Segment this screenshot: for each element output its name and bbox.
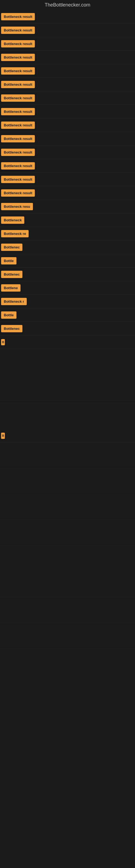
empty-row: [0, 375, 135, 401]
empty-row: [0, 571, 135, 597]
bottleneck-badge[interactable]: Bottle: [1, 311, 16, 319]
table-row: Bottleneck result: [0, 64, 135, 78]
table-row: Bottleneck result: [0, 10, 135, 24]
empty-row: [0, 468, 135, 494]
empty-row: [0, 520, 135, 546]
table-row: Bottleneck resu: [0, 200, 135, 214]
bottleneck-badge[interactable]: Bottleneck result: [1, 13, 35, 20]
bottleneck-badge[interactable]: Bottleneck result: [1, 189, 35, 197]
bottleneck-badge[interactable]: B: [1, 433, 5, 439]
bottleneck-badge[interactable]: Bottleneck result: [1, 149, 35, 156]
table-row: Bottleneck result: [0, 91, 135, 105]
bottleneck-badge[interactable]: Bottlenec: [1, 271, 22, 278]
table-row: Bottleneck result: [0, 159, 135, 173]
table-row: Bottleneck result: [0, 37, 135, 51]
table-row: Bottle: [0, 308, 135, 322]
bottleneck-badge[interactable]: B: [1, 339, 5, 345]
empty-row: [0, 403, 135, 429]
table-row: Bottleneck result: [0, 186, 135, 200]
table-row: B: [0, 336, 135, 349]
bottleneck-badge[interactable]: Bottleneck result: [1, 94, 35, 102]
table-row: Bottlenec: [0, 241, 135, 254]
bottleneck-badge[interactable]: Bottlene: [1, 284, 20, 291]
bottleneck-badge[interactable]: Bottleneck result: [1, 54, 35, 61]
bottleneck-badge[interactable]: Bottleneck: [1, 216, 24, 224]
table-row: Bottlene: [0, 281, 135, 295]
bottleneck-badge[interactable]: Bottleneck re: [1, 230, 29, 237]
empty-row: [0, 401, 135, 403]
empty-row: [0, 349, 135, 375]
bottleneck-badge[interactable]: Bottle: [1, 257, 16, 265]
table-row: Bottleneck result: [0, 105, 135, 119]
table-row: Bottleneck result: [0, 51, 135, 64]
table-row: Bottlenec: [0, 268, 135, 281]
bottleneck-list: Bottleneck result Bottleneck result Bott…: [0, 10, 135, 649]
empty-row: [0, 623, 135, 649]
bottleneck-badge[interactable]: Bottleneck result: [1, 135, 35, 143]
table-row: Bottleneck result: [0, 146, 135, 159]
bottleneck-badge[interactable]: Bottleneck result: [1, 40, 35, 48]
bottleneck-badge[interactable]: Bottleneck r: [1, 298, 27, 305]
bottleneck-badge[interactable]: Bottleneck result: [1, 81, 35, 88]
table-row: Bottleneck result: [0, 78, 135, 91]
table-row: B: [0, 429, 135, 443]
table-row: Bottleneck result: [0, 173, 135, 186]
bottleneck-badge[interactable]: Bottlenec: [1, 244, 22, 251]
table-row: Bottlenec: [0, 322, 135, 336]
bottleneck-badge[interactable]: Bottleneck result: [1, 122, 35, 129]
table-row: Bottleneck result: [0, 119, 135, 132]
bottleneck-badge[interactable]: Bottleneck result: [1, 176, 35, 183]
bottleneck-badge[interactable]: Bottleneck resu: [1, 203, 33, 210]
empty-row: [0, 494, 135, 520]
site-header: TheBottlenecker.com: [0, 0, 135, 10]
table-row: Bottleneck: [0, 214, 135, 227]
bottleneck-badge[interactable]: Bottleneck result: [1, 162, 35, 169]
empty-row: [0, 443, 135, 468]
table-row: Bottleneck result: [0, 24, 135, 37]
empty-row: [0, 546, 135, 571]
table-row: Bottleneck re: [0, 227, 135, 241]
table-row: Bottleneck r: [0, 295, 135, 308]
empty-row: [0, 597, 135, 623]
table-row: Bottleneck result: [0, 132, 135, 146]
table-row: Bottle: [0, 254, 135, 268]
bottleneck-badge[interactable]: Bottleneck result: [1, 27, 35, 34]
bottleneck-badge[interactable]: Bottlenec: [1, 325, 22, 332]
bottleneck-badge[interactable]: Bottleneck result: [1, 108, 35, 115]
site-title: TheBottlenecker.com: [0, 0, 135, 10]
bottleneck-badge[interactable]: Bottleneck result: [1, 67, 35, 74]
